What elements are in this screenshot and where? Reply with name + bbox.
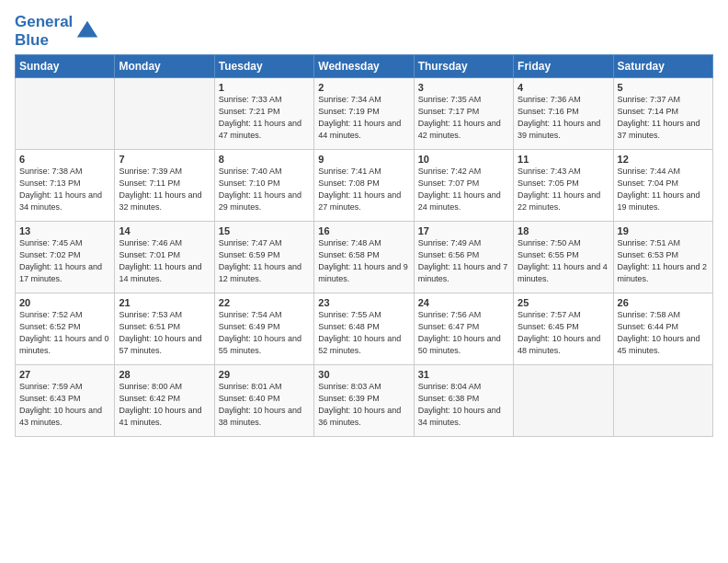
day-info: Sunrise: 7:35 AMSunset: 7:17 PMDaylight:… — [418, 94, 509, 142]
calendar-cell: 15Sunrise: 7:47 AMSunset: 6:59 PMDayligh… — [214, 222, 313, 293]
logo-line2: Blue — [15, 31, 73, 50]
day-info: Sunrise: 7:33 AMSunset: 7:21 PMDaylight:… — [219, 94, 310, 142]
day-number: 10 — [418, 154, 509, 165]
calendar-cell: 10Sunrise: 7:42 AMSunset: 7:07 PMDayligh… — [414, 150, 513, 222]
day-number: 8 — [219, 154, 310, 165]
day-info: Sunrise: 7:36 AMSunset: 7:16 PMDaylight:… — [518, 94, 609, 142]
calendar-cell: 23Sunrise: 7:55 AMSunset: 6:48 PMDayligh… — [314, 293, 414, 365]
day-number: 26 — [618, 297, 709, 308]
day-info: Sunrise: 8:00 AMSunset: 6:42 PMDaylight:… — [119, 381, 210, 429]
day-number: 31 — [418, 369, 509, 380]
calendar-cell: 1Sunrise: 7:33 AMSunset: 7:21 PMDaylight… — [214, 78, 313, 150]
day-info: Sunrise: 7:40 AMSunset: 7:10 PMDaylight:… — [219, 166, 310, 213]
calendar-week-row: 20Sunrise: 7:52 AMSunset: 6:52 PMDayligh… — [16, 293, 713, 365]
day-info: Sunrise: 7:43 AMSunset: 7:05 PMDaylight:… — [518, 166, 609, 213]
day-info: Sunrise: 7:45 AMSunset: 7:02 PMDaylight:… — [19, 237, 110, 285]
day-number: 6 — [19, 154, 110, 165]
calendar-cell: 25Sunrise: 7:57 AMSunset: 6:45 PMDayligh… — [514, 293, 613, 365]
calendar-cell: 31Sunrise: 8:04 AMSunset: 6:38 PMDayligh… — [414, 365, 513, 437]
day-number: 11 — [518, 154, 609, 165]
calendar-cell: 26Sunrise: 7:58 AMSunset: 6:44 PMDayligh… — [613, 293, 712, 365]
day-info: Sunrise: 7:37 AMSunset: 7:14 PMDaylight:… — [618, 94, 709, 142]
day-number: 2 — [318, 82, 409, 93]
day-info: Sunrise: 7:57 AMSunset: 6:45 PMDaylight:… — [518, 309, 609, 357]
calendar-week-row: 13Sunrise: 7:45 AMSunset: 7:02 PMDayligh… — [16, 222, 713, 293]
calendar-cell — [16, 78, 115, 150]
day-number: 17 — [418, 225, 509, 236]
header: General Blue — [15, 9, 713, 49]
calendar-cell: 27Sunrise: 7:59 AMSunset: 6:43 PMDayligh… — [16, 365, 115, 437]
day-info: Sunrise: 7:38 AMSunset: 7:13 PMDaylight:… — [19, 166, 110, 213]
calendar-cell: 18Sunrise: 7:50 AMSunset: 6:55 PMDayligh… — [514, 222, 613, 293]
day-number: 27 — [19, 369, 110, 380]
calendar-cell: 7Sunrise: 7:39 AMSunset: 7:11 PMDaylight… — [115, 150, 214, 222]
calendar-cell: 6Sunrise: 7:38 AMSunset: 7:13 PMDaylight… — [16, 150, 115, 222]
day-of-week-header: Saturday — [613, 55, 712, 78]
day-info: Sunrise: 7:58 AMSunset: 6:44 PMDaylight:… — [618, 309, 709, 357]
day-number: 25 — [518, 297, 609, 308]
day-number: 1 — [219, 82, 310, 93]
day-number: 5 — [618, 82, 709, 93]
day-info: Sunrise: 7:42 AMSunset: 7:07 PMDaylight:… — [418, 166, 509, 213]
calendar-cell: 4Sunrise: 7:36 AMSunset: 7:16 PMDaylight… — [514, 78, 613, 150]
page: General Blue SundayMondayTuesdayWednesda… — [0, 0, 728, 563]
calendar-cell: 17Sunrise: 7:49 AMSunset: 6:56 PMDayligh… — [414, 222, 513, 293]
day-number: 3 — [418, 82, 509, 93]
day-info: Sunrise: 7:56 AMSunset: 6:47 PMDaylight:… — [418, 309, 509, 357]
calendar-week-row: 27Sunrise: 7:59 AMSunset: 6:43 PMDayligh… — [16, 365, 713, 437]
day-of-week-header: Tuesday — [214, 55, 313, 78]
calendar-cell — [514, 365, 613, 437]
calendar-cell: 2Sunrise: 7:34 AMSunset: 7:19 PMDaylight… — [314, 78, 414, 150]
calendar-cell: 13Sunrise: 7:45 AMSunset: 7:02 PMDayligh… — [16, 222, 115, 293]
day-of-week-header: Wednesday — [314, 55, 414, 78]
day-info: Sunrise: 7:55 AMSunset: 6:48 PMDaylight:… — [318, 309, 409, 357]
day-info: Sunrise: 7:53 AMSunset: 6:51 PMDaylight:… — [119, 309, 210, 357]
calendar-cell: 20Sunrise: 7:52 AMSunset: 6:52 PMDayligh… — [16, 293, 115, 365]
day-number: 14 — [119, 225, 210, 236]
calendar-cell: 29Sunrise: 8:01 AMSunset: 6:40 PMDayligh… — [214, 365, 313, 437]
day-number: 24 — [418, 297, 509, 308]
calendar-cell: 12Sunrise: 7:44 AMSunset: 7:04 PMDayligh… — [613, 150, 712, 222]
day-of-week-header: Thursday — [414, 55, 513, 78]
logo-icon — [74, 18, 100, 44]
day-info: Sunrise: 7:47 AMSunset: 6:59 PMDaylight:… — [219, 237, 310, 285]
day-number: 23 — [318, 297, 409, 308]
day-number: 4 — [518, 82, 609, 93]
day-number: 9 — [318, 154, 409, 165]
day-number: 19 — [618, 225, 709, 236]
calendar-cell: 3Sunrise: 7:35 AMSunset: 7:17 PMDaylight… — [414, 78, 513, 150]
day-info: Sunrise: 7:54 AMSunset: 6:49 PMDaylight:… — [219, 309, 310, 357]
logo-text: General Blue — [15, 13, 100, 49]
logo-line1: General — [15, 13, 73, 31]
calendar-cell — [115, 78, 214, 150]
day-info: Sunrise: 7:50 AMSunset: 6:55 PMDaylight:… — [518, 237, 609, 285]
calendar-cell: 30Sunrise: 8:03 AMSunset: 6:39 PMDayligh… — [314, 365, 414, 437]
calendar-cell: 19Sunrise: 7:51 AMSunset: 6:53 PMDayligh… — [613, 222, 712, 293]
calendar-week-row: 6Sunrise: 7:38 AMSunset: 7:13 PMDaylight… — [16, 150, 713, 222]
day-number: 30 — [318, 369, 409, 380]
day-info: Sunrise: 7:39 AMSunset: 7:11 PMDaylight:… — [119, 166, 210, 213]
day-info: Sunrise: 8:04 AMSunset: 6:38 PMDaylight:… — [418, 381, 509, 429]
day-of-week-header: Monday — [115, 55, 214, 78]
calendar-cell: 24Sunrise: 7:56 AMSunset: 6:47 PMDayligh… — [414, 293, 513, 365]
calendar-cell: 22Sunrise: 7:54 AMSunset: 6:49 PMDayligh… — [214, 293, 313, 365]
day-number: 13 — [19, 225, 110, 236]
day-number: 21 — [119, 297, 210, 308]
calendar-cell: 8Sunrise: 7:40 AMSunset: 7:10 PMDaylight… — [214, 150, 313, 222]
day-info: Sunrise: 7:44 AMSunset: 7:04 PMDaylight:… — [618, 166, 709, 213]
day-info: Sunrise: 7:59 AMSunset: 6:43 PMDaylight:… — [19, 381, 110, 429]
day-of-week-header: Friday — [514, 55, 613, 78]
logo: General Blue — [15, 13, 100, 49]
day-number: 15 — [219, 225, 310, 236]
day-info: Sunrise: 7:34 AMSunset: 7:19 PMDaylight:… — [318, 94, 409, 142]
calendar-cell: 5Sunrise: 7:37 AMSunset: 7:14 PMDaylight… — [613, 78, 712, 150]
calendar-cell: 11Sunrise: 7:43 AMSunset: 7:05 PMDayligh… — [514, 150, 613, 222]
calendar-cell: 16Sunrise: 7:48 AMSunset: 6:58 PMDayligh… — [314, 222, 414, 293]
day-number: 16 — [318, 225, 409, 236]
day-number: 20 — [19, 297, 110, 308]
day-number: 12 — [618, 154, 709, 165]
calendar-cell: 21Sunrise: 7:53 AMSunset: 6:51 PMDayligh… — [115, 293, 214, 365]
calendar-table: SundayMondayTuesdayWednesdayThursdayFrid… — [15, 54, 713, 437]
calendar-week-row: 1Sunrise: 7:33 AMSunset: 7:21 PMDaylight… — [16, 78, 713, 150]
day-info: Sunrise: 7:48 AMSunset: 6:58 PMDaylight:… — [318, 237, 409, 285]
